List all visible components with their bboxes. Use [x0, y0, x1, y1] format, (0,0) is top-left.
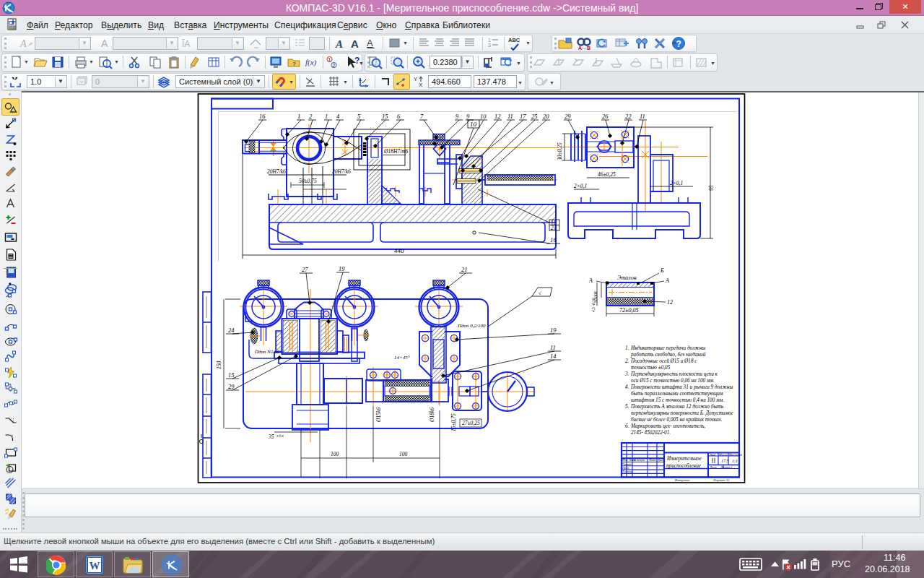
svg-text:21: 21: [551, 225, 557, 231]
svg-text:Т.контр.: Т.контр.: [622, 470, 633, 473]
svg-text:Поверхности штифта 31 и рычага: Поверхности штифта 31 и рычага 9 должны: [630, 384, 733, 390]
svg-text:20H7/k6: 20H7/k6: [332, 168, 351, 175]
svg-text:Y: Y: [414, 76, 418, 82]
svg-text:Б: Б: [660, 267, 664, 274]
svg-text:35 ⁺⁰·⁵: 35 ⁺⁰·⁵: [268, 434, 284, 440]
svg-text:Индикаторные передачи должны: Индикаторные передачи должны: [630, 345, 705, 351]
svg-text:быть параллельными соответству: быть параллельными соответствующим: [631, 391, 723, 397]
svg-text:27: 27: [302, 266, 308, 273]
svg-text:14: 14: [550, 353, 557, 360]
svg-text:19: 19: [339, 265, 345, 272]
svg-text:3: 3: [488, 43, 491, 48]
svg-text:50±0,75: 50±0,75: [299, 178, 317, 184]
svg-text:√: √: [539, 290, 541, 296]
svg-text:Формат A1: Формат A1: [713, 478, 729, 482]
svg-text:2×0,1: 2×0,1: [574, 183, 587, 189]
svg-text:A: A: [19, 38, 27, 49]
svg-text:2145- 4502022-01.: 2145- 4502022-01.: [631, 430, 671, 436]
svg-text:12: 12: [494, 113, 501, 120]
svg-text:Масштаб: Масштаб: [728, 453, 743, 457]
svg-text:Дата: Дата: [657, 458, 665, 462]
svg-text:приспособление: приспособление: [666, 463, 702, 469]
svg-text:72±0,05: 72±0,05: [619, 307, 638, 314]
svg-text:Лит.: Лит.: [709, 453, 716, 457]
svg-text:Ø18H7/m6: Ø18H7/m6: [383, 148, 409, 155]
svg-text:19: 19: [550, 327, 557, 334]
svg-text:ABC: ABC: [508, 37, 520, 43]
svg-text:14×45°: 14×45°: [394, 355, 410, 361]
svg-text:440: 440: [394, 247, 404, 254]
svg-text:Разраб.: Разраб.: [622, 462, 632, 466]
svg-text:25: 25: [531, 113, 538, 120]
svg-text:16: 16: [259, 113, 266, 120]
svg-text:Листов 1: Листов 1: [720, 465, 733, 469]
svg-text:1:1: 1:1: [732, 459, 738, 463]
svg-text:работать свободно, без заедани: работать свободно, без заеданий: [630, 352, 706, 358]
svg-text:21: 21: [461, 266, 468, 273]
svg-text:46±0,25: 46±0,25: [598, 171, 616, 178]
svg-text:A: A: [101, 38, 108, 49]
svg-text:1: 1: [325, 113, 328, 120]
svg-text:?: ?: [292, 61, 296, 67]
svg-text:Поверхность А эталона 12 должн: Поверхность А эталона 12 должно быть: [630, 404, 724, 410]
svg-text:Лист: Лист: [709, 465, 717, 469]
svg-text:Подп.: Подп.: [648, 458, 656, 462]
svg-text:A→B: A→B: [578, 46, 590, 51]
svg-text:f(x): f(x): [305, 58, 317, 67]
svg-text:биение не более 0,005 на крайн: биение не более 0,005 на крайних точках.: [631, 417, 723, 423]
svg-text:3.: 3.: [624, 371, 629, 377]
svg-text:22: 22: [625, 113, 632, 120]
svg-text:ĪA: ĪA: [182, 39, 190, 49]
svg-text:A: A: [335, 38, 343, 50]
svg-text:29: 29: [228, 383, 235, 390]
svg-text:Эталон: Эталон: [617, 275, 637, 281]
svg-text:Ø18k6: Ø18k6: [429, 407, 435, 423]
svg-text:1: 1: [297, 113, 300, 120]
svg-text:15: 15: [228, 371, 235, 379]
svg-text:Измерительное: Измерительное: [666, 456, 702, 462]
svg-text:Копировал: Копировал: [674, 478, 689, 482]
svg-text:штифтом 15 с точностью 0,4 на: штифтом 15 с точностью 0,4 на 100 мм.: [631, 397, 724, 403]
svg-text:A: A: [367, 38, 373, 48]
svg-text:17: 17: [520, 113, 526, 120]
svg-text:95: 95: [708, 185, 715, 191]
svg-text:20H7/k6: 20H7/k6: [267, 168, 286, 175]
svg-text:A: A: [665, 277, 669, 284]
svg-text:100: 100: [331, 451, 339, 457]
svg-text:27±0,25: 27±0,25: [462, 420, 480, 426]
svg-text:Пдоп N1/об: Пдоп N1/об: [254, 349, 280, 355]
svg-text:A: A: [351, 38, 359, 50]
svg-text:17,5: 17,5: [721, 459, 729, 463]
svg-text:11: 11: [640, 113, 645, 120]
svg-text:16: 16: [550, 236, 557, 243]
svg-text:20: 20: [543, 113, 549, 120]
svg-text:точностью ±0,05: точностью ±0,05: [631, 365, 671, 371]
svg-text:Ø15k6: Ø15k6: [375, 407, 382, 423]
svg-text:100: 100: [399, 451, 408, 457]
svg-text:11: 11: [550, 344, 556, 351]
svg-text:Перпендикулярность плоскости ц: Перпендикулярность плоскости цепи к: [630, 371, 718, 377]
svg-text:4.: 4.: [625, 384, 629, 390]
svg-text:150: 150: [216, 361, 222, 370]
svg-text:Масса: Масса: [718, 453, 727, 457]
svg-text:Пдоп 0,2/100: Пдоп 0,2/100: [457, 323, 486, 329]
svg-text:11: 11: [507, 113, 513, 120]
svg-text:6.: 6.: [625, 423, 629, 429]
svg-text:Посадочные осей Ø15 и Ø18 с: Посадочные осей Ø15 и Ø18 с: [630, 358, 697, 364]
svg-text:24: 24: [228, 327, 235, 334]
svg-text:29: 29: [565, 113, 571, 120]
svg-text:№ докум.: № докум.: [632, 458, 645, 462]
svg-text:5: 5: [357, 113, 360, 120]
svg-text:2.: 2.: [625, 358, 629, 364]
svg-text:W: W: [90, 560, 100, 571]
svg-text:A: A: [588, 277, 593, 284]
svg-text:10: 10: [480, 113, 487, 120]
svg-text:5.: 5.: [625, 404, 629, 410]
svg-text:10: 10: [470, 121, 477, 128]
svg-text:1: 1: [488, 38, 491, 43]
svg-text:оси Ø15 с точностью 0,06 на 10: оси Ø15 с точностью 0,06 на 100 мм.: [631, 378, 715, 384]
svg-text:30±0,25: 30±0,25: [557, 142, 563, 161]
svg-text:12: 12: [667, 299, 673, 306]
svg-text:перпендикулярны поверхности Б.: перпендикулярны поверхности Б. Допустимо…: [631, 410, 734, 416]
svg-text:15±0,75: 15±0,75: [450, 413, 457, 431]
